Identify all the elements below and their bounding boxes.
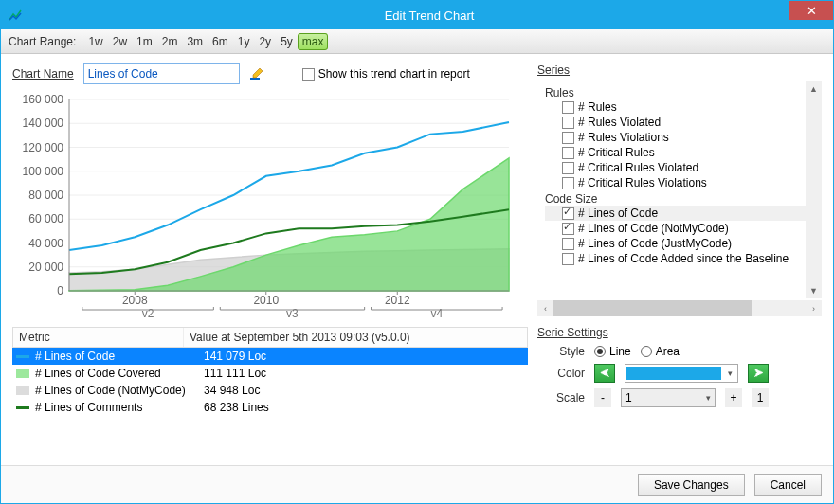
color-label: Color — [537, 367, 585, 380]
tree-item[interactable]: # Critical Rules Violated — [545, 160, 806, 175]
edit-icon[interactable] — [249, 66, 264, 81]
checkbox-icon — [562, 132, 574, 144]
color-prev-button[interactable]: ⮜ — [594, 364, 615, 383]
chart-name-input[interactable] — [83, 63, 240, 84]
style-radio-area[interactable]: Area — [641, 345, 680, 358]
close-button[interactable]: ✕ — [789, 1, 833, 20]
range-5y[interactable]: 5y — [276, 33, 298, 50]
radio-off-icon — [641, 346, 652, 357]
metric-row[interactable]: # Lines of Comments68 238 Lines — [12, 399, 528, 416]
metric-row[interactable]: # Lines of Code (NotMyCode)34 948 Loc — [12, 382, 528, 399]
svg-rect-0 — [250, 78, 260, 80]
series-swatch — [16, 406, 29, 409]
metric-row[interactable]: # Lines of Code Covered111 111 Loc — [12, 365, 528, 382]
scale-display: 1 — [752, 388, 769, 407]
tree-item[interactable]: # Rules — [545, 99, 806, 115]
svg-text:140 000: 140 000 — [23, 117, 64, 130]
scale-plus-button[interactable]: + — [725, 388, 742, 407]
series-swatch — [16, 369, 29, 378]
svg-text:40 000: 40 000 — [28, 237, 63, 250]
range-1m[interactable]: 1m — [132, 33, 157, 50]
svg-text:2010: 2010 — [253, 294, 279, 307]
range-2w[interactable]: 2w — [108, 33, 132, 50]
scale-label: Scale — [537, 391, 585, 405]
range-3m[interactable]: 3m — [182, 33, 208, 50]
range-2m[interactable]: 2m — [157, 33, 183, 50]
svg-text:2008: 2008 — [122, 294, 148, 307]
metric-row[interactable]: # Lines of Code141 079 Loc — [12, 348, 528, 365]
range-6m[interactable]: 6m — [208, 33, 233, 50]
tree-item[interactable]: # Lines of Code — [545, 206, 806, 221]
chart-range-label: Chart Range: — [9, 35, 76, 48]
checkbox-icon — [562, 147, 574, 159]
style-label: Style — [537, 345, 585, 358]
checkbox-icon — [562, 253, 574, 265]
scale-selector[interactable]: 1 ▾ — [621, 388, 716, 407]
style-radio-line[interactable]: Line — [594, 345, 631, 358]
dialog-footer: Save Changes Cancel — [1, 465, 833, 503]
series-swatch — [16, 386, 29, 395]
radio-on-icon — [594, 346, 606, 357]
checkbox-icon — [562, 117, 574, 129]
chart-name-label: Chart Name — [12, 67, 74, 81]
tree-group: Rules — [545, 86, 806, 99]
series-section-label: Series — [537, 63, 822, 77]
checkbox-icon — [562, 101, 574, 114]
checkbox-icon — [562, 223, 574, 235]
serie-settings-label: Serie Settings — [537, 326, 822, 339]
svg-text:120 000: 120 000 — [23, 141, 64, 154]
checkbox-icon — [562, 177, 574, 189]
scale-minus-button[interactable]: - — [594, 388, 611, 407]
svg-text:100 000: 100 000 — [23, 165, 64, 178]
chart-range-toolbar: Chart Range: 1w2w1m2m3m6m1y2y5ymax — [1, 29, 833, 54]
show-in-report-checkbox[interactable]: Show this trend chart in report — [302, 67, 470, 81]
cancel-button[interactable]: Cancel — [754, 474, 822, 496]
checkbox-icon — [302, 68, 315, 81]
range-2y[interactable]: 2y — [254, 33, 276, 50]
svg-text:60 000: 60 000 — [28, 212, 63, 225]
app-icon — [5, 5, 26, 26]
tree-item[interactable]: # Critical Rules — [545, 145, 806, 160]
scrollbar-vertical[interactable]: ▲ ▼ — [806, 81, 822, 298]
scroll-up-icon[interactable]: ▲ — [806, 81, 822, 97]
range-max[interactable]: max — [298, 33, 329, 50]
chevron-down-icon: ▾ — [706, 393, 711, 403]
metric-col-value: Value at September 5th 2013 09:03 (v5.0.… — [184, 328, 527, 347]
tree-group: Code Size — [545, 192, 806, 206]
tree-item[interactable]: # Lines of Code (JustMyCode) — [545, 236, 806, 251]
tree-item[interactable]: # Rules Violations — [545, 130, 806, 145]
tree-item[interactable]: # Lines of Code Added since the Baseline — [545, 251, 806, 266]
tree-item[interactable]: # Critical Rules Violations — [545, 175, 806, 190]
svg-text:v3: v3 — [286, 307, 299, 319]
metric-table: Metric Value at September 5th 2013 09:03… — [12, 327, 528, 416]
svg-text:v4: v4 — [430, 307, 443, 319]
checkbox-icon — [562, 207, 574, 220]
scroll-left-icon[interactable]: ‹ — [537, 300, 553, 316]
checkbox-icon — [562, 162, 574, 174]
checkbox-icon — [562, 238, 574, 250]
color-next-button[interactable]: ⮞ — [748, 364, 769, 383]
series-tree: Rules# Rules# Rules Violated# Rules Viol… — [537, 81, 822, 298]
svg-text:20 000: 20 000 — [28, 261, 63, 274]
tree-item[interactable]: # Rules Violated — [545, 115, 806, 130]
trend-chart: 020 00040 00060 00080 000100 000120 0001… — [16, 92, 528, 319]
metric-col-name: Metric — [13, 328, 184, 347]
svg-text:2012: 2012 — [385, 294, 410, 307]
show-in-report-label: Show this trend chart in report — [318, 67, 470, 81]
titlebar: Edit Trend Chart ✕ — [1, 1, 833, 29]
svg-text:80 000: 80 000 — [28, 189, 63, 202]
chevron-down-icon: ▾ — [723, 369, 736, 378]
svg-text:0: 0 — [57, 284, 63, 297]
scroll-right-icon[interactable]: › — [806, 300, 822, 316]
window-title: Edit Trend Chart — [26, 9, 833, 23]
save-changes-button[interactable]: Save Changes — [638, 474, 745, 496]
range-1w[interactable]: 1w — [83, 33, 107, 50]
color-swatch — [626, 367, 721, 380]
svg-text:v2: v2 — [142, 307, 154, 319]
color-selector[interactable]: ▾ — [625, 364, 738, 383]
scroll-down-icon[interactable]: ▼ — [806, 282, 822, 298]
scrollbar-horizontal[interactable]: ‹ › — [537, 300, 822, 316]
range-1y[interactable]: 1y — [233, 33, 255, 50]
tree-item[interactable]: # Lines of Code (NotMyCode) — [545, 221, 806, 236]
series-swatch — [16, 355, 29, 358]
